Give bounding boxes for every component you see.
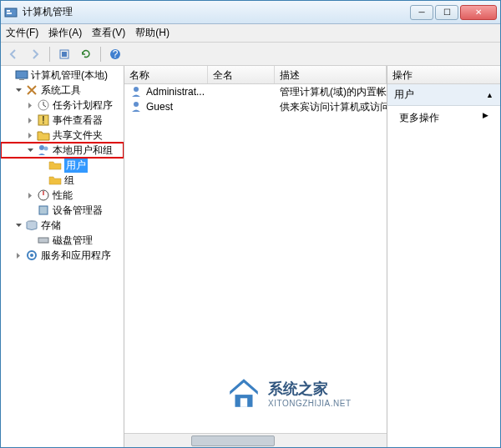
- back-button: [4, 45, 23, 63]
- list-row[interactable]: Administrat... 管理计算机(域)的内置帐户: [124, 84, 387, 99]
- column-fullname[interactable]: 全名: [208, 66, 275, 83]
- menu-file[interactable]: 文件(F): [6, 26, 38, 40]
- folder-icon: [48, 174, 62, 187]
- svg-rect-17: [38, 238, 48, 243]
- chevron-down-icon[interactable]: [14, 86, 23, 95]
- chevron-right-icon[interactable]: [26, 131, 35, 140]
- device-icon: [37, 204, 50, 217]
- tree-performance[interactable]: 性能: [1, 188, 124, 203]
- chevron-right-icon[interactable]: [26, 116, 35, 125]
- toolbar: ?: [1, 43, 500, 66]
- help-button[interactable]: ?: [106, 45, 124, 63]
- clock-icon: [37, 98, 50, 112]
- performance-icon: [37, 189, 50, 202]
- horizontal-scrollbar[interactable]: [124, 433, 387, 447]
- forward-button: [26, 45, 44, 63]
- tools-icon: [25, 83, 38, 97]
- tree-root[interactable]: 计算机管理(本地): [1, 68, 124, 83]
- window-controls: ─ ☐ ✕: [410, 5, 497, 20]
- user-icon: [129, 100, 143, 113]
- svg-rect-4: [62, 52, 67, 57]
- tree-pane[interactable]: 计算机管理(本地) 系统工具 任务计划程序 ! 事件查看器 共享文件夹: [1, 66, 124, 447]
- menubar: 文件(F) 操作(A) 查看(V) 帮助(H): [1, 24, 500, 43]
- menu-action[interactable]: 操作(A): [48, 26, 82, 40]
- list-pane: 名称 全名 描述 Administrat... 管理计算机(域)的内置帐户 G: [124, 66, 387, 447]
- chevron-down-icon[interactable]: [14, 221, 23, 230]
- tree-users[interactable]: 用户: [1, 158, 124, 173]
- services-icon: [25, 249, 38, 262]
- toolbar-separator: [100, 47, 101, 62]
- chevron-right-icon[interactable]: [14, 251, 23, 260]
- svg-rect-2: [7, 13, 12, 14]
- shared-folder-icon: [37, 128, 50, 142]
- action-title[interactable]: 用户 ▲: [387, 84, 500, 106]
- tree-disk-management[interactable]: 磁盘管理: [1, 233, 124, 248]
- svg-point-21: [134, 102, 139, 107]
- content-area: 计算机管理(本地) 系统工具 任务计划程序 ! 事件查看器 共享文件夹: [1, 66, 500, 447]
- list-row[interactable]: Guest 供来宾访问计算机或访问域: [124, 99, 387, 114]
- menu-help[interactable]: 帮助(H): [135, 26, 170, 40]
- svg-point-13: [44, 147, 48, 151]
- action-pane: 操作 用户 ▲ 更多操作 ▶: [387, 66, 500, 447]
- folder-icon: [48, 159, 62, 172]
- chevron-right-icon[interactable]: [26, 191, 35, 200]
- svg-point-20: [134, 87, 139, 92]
- svg-point-19: [30, 254, 33, 257]
- svg-text:!: !: [42, 114, 44, 126]
- svg-rect-15: [39, 206, 48, 214]
- minimize-button[interactable]: ─: [410, 5, 433, 20]
- svg-rect-7: [16, 71, 28, 78]
- svg-text:?: ?: [113, 48, 119, 60]
- titlebar: 计算机管理 ─ ☐ ✕: [1, 1, 500, 24]
- tree-task-scheduler[interactable]: 任务计划程序: [1, 98, 124, 113]
- window: 计算机管理 ─ ☐ ✕ 文件(F) 操作(A) 查看(V) 帮助(H) ? 计算…: [0, 0, 501, 448]
- scrollbar-thumb[interactable]: [191, 435, 275, 446]
- tree-groups[interactable]: 组: [1, 173, 124, 188]
- users-group-icon: [37, 143, 50, 157]
- app-icon: [4, 6, 18, 19]
- event-icon: !: [37, 113, 50, 127]
- disk-icon: [37, 234, 50, 247]
- action-body: 用户 ▲ 更多操作 ▶: [387, 84, 500, 447]
- action-more[interactable]: 更多操作 ▶: [387, 106, 500, 130]
- svg-point-12: [39, 145, 44, 150]
- user-icon: [129, 85, 143, 98]
- chevron-right-icon: ▶: [483, 111, 488, 119]
- svg-rect-8: [19, 79, 24, 80]
- menu-view[interactable]: 查看(V): [92, 26, 125, 40]
- column-description[interactable]: 描述: [275, 66, 387, 83]
- column-name[interactable]: 名称: [124, 66, 208, 83]
- tree-system-tools[interactable]: 系统工具: [1, 83, 124, 98]
- collapse-icon[interactable]: ▲: [486, 91, 493, 99]
- tree-event-viewer[interactable]: ! 事件查看器: [1, 113, 124, 128]
- toolbar-separator: [49, 47, 50, 62]
- tree-device-manager[interactable]: 设备管理器: [1, 203, 124, 218]
- storage-icon: [25, 219, 38, 232]
- chevron-down-icon[interactable]: [4, 71, 13, 80]
- tree-storage[interactable]: 存储: [1, 218, 124, 233]
- refresh-button[interactable]: [77, 45, 95, 63]
- tree-local-users-groups[interactable]: 本地用户和组: [1, 143, 124, 158]
- chevron-right-icon[interactable]: [26, 101, 35, 110]
- window-title: 计算机管理: [23, 5, 410, 19]
- tree-shared-folders[interactable]: 共享文件夹: [1, 128, 124, 143]
- computer-icon: [15, 68, 28, 82]
- up-level-button[interactable]: [55, 45, 73, 63]
- list-body[interactable]: Administrat... 管理计算机(域)的内置帐户 Guest 供来宾访问…: [124, 84, 387, 433]
- chevron-down-icon[interactable]: [26, 146, 35, 155]
- action-pane-header: 操作: [387, 66, 500, 84]
- maximize-button[interactable]: ☐: [435, 5, 458, 20]
- svg-rect-1: [7, 10, 10, 12]
- tree-services-apps[interactable]: 服务和应用程序: [1, 248, 124, 263]
- list-header: 名称 全名 描述: [124, 66, 387, 84]
- close-button[interactable]: ✕: [460, 5, 497, 20]
